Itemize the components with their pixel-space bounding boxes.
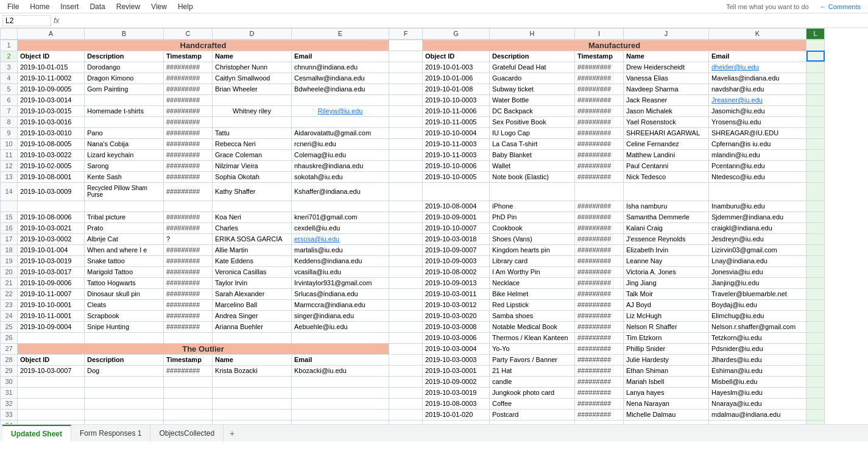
col-L-row2[interactable] bbox=[806, 51, 825, 62]
table-row: Caitlyn Smallwood bbox=[213, 73, 292, 83]
table-row: rcneri@iu.edu bbox=[292, 138, 389, 149]
table-row bbox=[18, 409, 85, 420]
menu-home[interactable]: Home bbox=[25, 1, 54, 12]
menu-file[interactable]: File bbox=[2, 1, 24, 12]
table-row: Hayeslm@iu.edu bbox=[709, 387, 806, 398]
formula-input[interactable] bbox=[64, 16, 866, 25]
col-header-J[interactable]: J bbox=[624, 29, 709, 40]
gap-cell bbox=[389, 343, 423, 354]
table-row: Sarong bbox=[85, 160, 164, 171]
table-row: Sarah Alexander bbox=[213, 288, 292, 299]
col-L-row30 bbox=[806, 376, 825, 387]
col-header-A[interactable]: A bbox=[18, 29, 85, 40]
col-header-F[interactable]: F bbox=[389, 29, 423, 40]
col-header-C[interactable]: C bbox=[164, 29, 213, 40]
table-row: ######### bbox=[164, 310, 213, 321]
table-row: Christopher Nunn bbox=[213, 62, 292, 73]
table-row: ######### bbox=[575, 160, 624, 171]
table-row: martalis@iu.edu bbox=[292, 244, 389, 255]
table-row: SHREAGAR@IU.EDU bbox=[709, 127, 806, 138]
table-row: Tetzkorn@iu.edu bbox=[709, 332, 806, 343]
table-row: Navdeep Sharma bbox=[624, 83, 709, 94]
col-header-L[interactable]: L bbox=[806, 29, 825, 40]
table-row: Wallet bbox=[490, 160, 575, 171]
col-header-E[interactable]: E bbox=[292, 29, 389, 40]
gap-cell bbox=[389, 244, 423, 255]
cell-reference-input[interactable] bbox=[2, 15, 51, 26]
table-row: ######### bbox=[164, 149, 213, 160]
menu-data[interactable]: Data bbox=[85, 1, 110, 12]
col-L-row19 bbox=[806, 255, 825, 266]
table-row: SHREEHARI AGARWAL bbox=[624, 127, 709, 138]
table-row[interactable]: ersosa@iu.edu bbox=[292, 233, 389, 244]
row-num-29: 29 bbox=[1, 365, 18, 376]
col-L-row28 bbox=[806, 354, 825, 365]
tab-objects-collected[interactable]: ObjectsCollected bbox=[150, 425, 224, 441]
table-row: 2019-10-03-0011 bbox=[423, 288, 490, 299]
col-header-I[interactable]: I bbox=[575, 29, 624, 40]
table-row bbox=[85, 409, 164, 420]
table-row bbox=[85, 116, 164, 127]
table-row: 2019-10-09-0005 bbox=[18, 83, 85, 94]
table-row: Keddens@indiana.edu bbox=[292, 255, 389, 266]
col-L-row17 bbox=[806, 233, 825, 244]
table-row: 2019-10-11-0002 bbox=[18, 73, 85, 83]
gap-cell bbox=[389, 105, 423, 116]
table-row: Liz McHugh bbox=[624, 310, 709, 321]
menu-view[interactable]: View bbox=[146, 1, 172, 12]
menu-insert[interactable]: Insert bbox=[55, 1, 83, 12]
table-row: 2019-10-03-0004 bbox=[423, 343, 490, 354]
table-row: Brian Wheeler bbox=[213, 83, 292, 94]
col-header-H[interactable]: H bbox=[490, 29, 575, 40]
table-row: Cesmallw@indiana.edu bbox=[292, 73, 389, 83]
table-row[interactable]: dheider@iu.edu bbox=[709, 62, 806, 73]
gap-cell bbox=[389, 138, 423, 149]
table-row: ######### bbox=[164, 255, 213, 266]
table-row: Shoes (Vans) bbox=[490, 233, 575, 244]
table-row: 2019-10-01-004 bbox=[18, 244, 85, 255]
tab-updated-sheet[interactable]: Updated Sheet bbox=[2, 425, 71, 441]
table-row: Nick Tedesco bbox=[624, 171, 709, 182]
table-row bbox=[213, 201, 292, 211]
col-header-B[interactable]: B bbox=[85, 29, 164, 40]
table-row bbox=[213, 376, 292, 387]
table-row: Rebecca Neri bbox=[213, 138, 292, 149]
table-row: ######### bbox=[575, 376, 624, 387]
row-num-16: 16 bbox=[1, 222, 18, 233]
col-header-G[interactable]: G bbox=[423, 29, 490, 40]
table-row: J'essence Reynolds bbox=[624, 233, 709, 244]
table-row bbox=[85, 387, 164, 398]
hc-col-name: Name bbox=[213, 51, 292, 62]
table-row: 2019-10-01-020 bbox=[423, 409, 490, 420]
table-row: Taylor Irvin bbox=[213, 277, 292, 288]
col-header-D[interactable]: D bbox=[213, 29, 292, 40]
table-row: ######### bbox=[575, 94, 624, 105]
row-num-19: 19 bbox=[1, 255, 18, 266]
table-row: Jlhardes@iu.edu bbox=[709, 354, 806, 365]
table-row: 2019-10-03-0017 bbox=[18, 266, 85, 277]
table-row: Marigold Tattoo bbox=[85, 266, 164, 277]
table-row[interactable]: Jreasner@iu.edu bbox=[709, 94, 806, 105]
tab-form-responses[interactable]: Form Responses 1 bbox=[71, 425, 150, 441]
menu-help[interactable]: Help bbox=[173, 1, 198, 12]
table-row[interactable]: Rileyw@iu.edu bbox=[292, 105, 389, 116]
sheet-body[interactable]: A B C D E F G H I J K L 1 Handcrafted bbox=[0, 28, 868, 424]
col-L-row3 bbox=[806, 62, 825, 73]
comments-button[interactable]: ← Comments bbox=[815, 2, 866, 12]
table-row: 2019-10-11-0003 bbox=[423, 149, 490, 160]
table-row: ######### bbox=[164, 222, 213, 233]
gap-cell bbox=[389, 332, 423, 343]
col-L-row9 bbox=[806, 127, 825, 138]
col-header-K[interactable]: K bbox=[709, 29, 806, 40]
tab-add-button[interactable]: + bbox=[224, 425, 241, 441]
table-row: Marcelino Ball bbox=[213, 299, 292, 310]
col-L-row5 bbox=[806, 83, 825, 94]
table-row: 2019-10-03-0014 bbox=[18, 94, 85, 105]
gap-cell bbox=[389, 222, 423, 233]
table-row: 2019-10-03-0012 bbox=[423, 299, 490, 310]
table-row: Aebuehle@iu.edu bbox=[292, 321, 389, 332]
table-row: Koa Neri bbox=[213, 211, 292, 222]
table-row: 2019-10-08-0002 bbox=[423, 266, 490, 277]
menu-review[interactable]: Review bbox=[111, 1, 145, 12]
col-L-row20 bbox=[806, 266, 825, 277]
